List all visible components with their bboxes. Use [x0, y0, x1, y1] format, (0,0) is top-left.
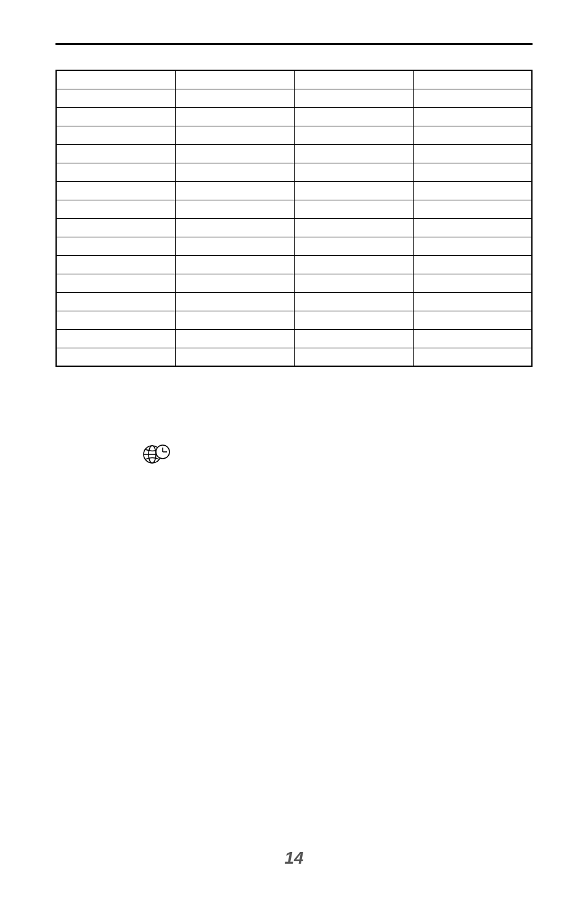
- table-cell: [56, 292, 175, 311]
- table-cell: [413, 107, 532, 126]
- table-cell: [175, 218, 294, 237]
- table-cell: [294, 107, 413, 126]
- table-cell: [294, 70, 413, 89]
- table-row: [56, 274, 532, 292]
- table-cell: [175, 329, 294, 348]
- table-cell: [56, 144, 175, 163]
- table-cell: [294, 237, 413, 255]
- table-cell: [413, 144, 532, 163]
- table-cell: [175, 255, 294, 274]
- table-cell: [294, 144, 413, 163]
- table-cell: [294, 181, 413, 200]
- table-cell: [56, 70, 175, 89]
- table-cell: [175, 348, 294, 366]
- table-row: [56, 70, 532, 89]
- table-cell: [294, 126, 413, 144]
- table-cell: [413, 200, 532, 218]
- table-cell: [56, 237, 175, 255]
- table-row: [56, 329, 532, 348]
- table-row: [56, 181, 532, 200]
- table-row: [56, 144, 532, 163]
- globe-clock-icon: [142, 441, 173, 465]
- table-cell: [294, 163, 413, 181]
- table-cell: [56, 107, 175, 126]
- table-row: [56, 218, 532, 237]
- table-cell: [175, 181, 294, 200]
- table-cell: [294, 255, 413, 274]
- table-row: [56, 89, 532, 107]
- table-cell: [175, 70, 294, 89]
- table-cell: [56, 311, 175, 329]
- table-cell: [413, 237, 532, 255]
- top-divider: [55, 43, 533, 45]
- table-cell: [294, 200, 413, 218]
- table-row: [56, 255, 532, 274]
- table-cell: [56, 163, 175, 181]
- table-row: [56, 163, 532, 181]
- table-cell: [56, 181, 175, 200]
- table-cell: [175, 311, 294, 329]
- table-cell: [175, 200, 294, 218]
- table-row: [56, 348, 532, 366]
- table-row: [56, 200, 532, 218]
- table-cell: [56, 329, 175, 348]
- table-cell: [294, 274, 413, 292]
- table-cell: [413, 126, 532, 144]
- table-cell: [56, 218, 175, 237]
- table-row: [56, 311, 532, 329]
- table-cell: [56, 348, 175, 366]
- icon-container: [142, 441, 533, 465]
- table-cell: [413, 255, 532, 274]
- table-cell: [175, 107, 294, 126]
- table-cell: [294, 218, 413, 237]
- table-cell: [413, 329, 532, 348]
- table-cell: [294, 348, 413, 366]
- table-cell: [413, 89, 532, 107]
- table-cell: [294, 329, 413, 348]
- table-cell: [413, 218, 532, 237]
- table-cell: [175, 163, 294, 181]
- table-cell: [175, 126, 294, 144]
- table-cell: [175, 274, 294, 292]
- table-cell: [413, 292, 532, 311]
- table-cell: [294, 292, 413, 311]
- table-cell: [175, 89, 294, 107]
- table-cell: [56, 200, 175, 218]
- table-cell: [175, 292, 294, 311]
- table-cell: [413, 311, 532, 329]
- table-cell: [413, 348, 532, 366]
- table-row: [56, 237, 532, 255]
- table-row: [56, 292, 532, 311]
- table-cell: [413, 70, 532, 89]
- table-cell: [175, 144, 294, 163]
- table-row: [56, 126, 532, 144]
- table-cell: [413, 181, 532, 200]
- table-cell: [56, 255, 175, 274]
- table-cell: [175, 237, 294, 255]
- table-cell: [413, 163, 532, 181]
- table-cell: [294, 89, 413, 107]
- page-number: 14: [0, 848, 588, 868]
- table-cell: [56, 274, 175, 292]
- table-cell: [56, 126, 175, 144]
- empty-table: [55, 70, 533, 367]
- table-cell: [294, 311, 413, 329]
- table-row: [56, 107, 532, 126]
- table-cell: [413, 274, 532, 292]
- table-cell: [56, 89, 175, 107]
